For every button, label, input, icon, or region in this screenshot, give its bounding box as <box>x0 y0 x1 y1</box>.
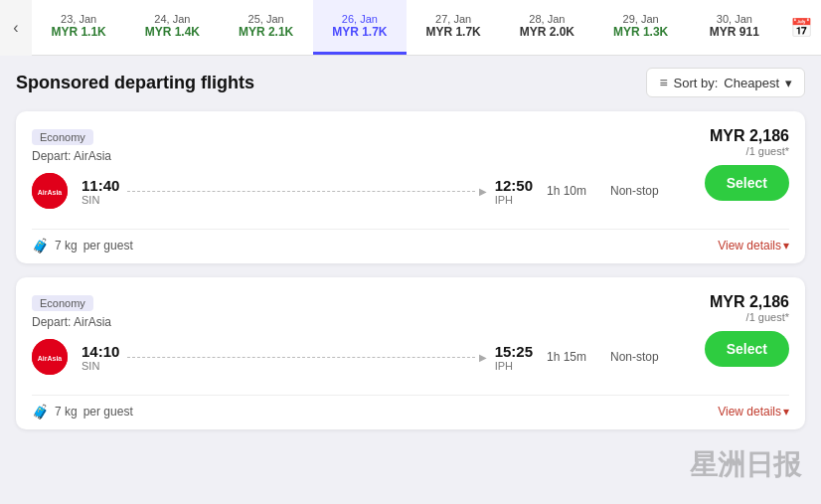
sort-value: Cheapest <box>724 76 779 90</box>
date-label: 29, Jan <box>623 13 659 25</box>
arrow-icon: ▶ <box>479 352 487 363</box>
date-label: 26, Jan <box>342 13 378 25</box>
depart-time-block: 14:10 SIN <box>82 343 119 372</box>
date-item-jan27[interactable]: 27, JanMYR 1.7K <box>407 0 500 55</box>
baggage-label: per guest <box>83 405 133 419</box>
duration: 1h 15m <box>547 350 596 364</box>
airline-logo: AirAsia <box>32 173 68 209</box>
line <box>127 191 474 192</box>
date-label: 28, Jan <box>529 13 565 25</box>
economy-badge: Economy <box>32 129 93 145</box>
date-item-jan30[interactable]: 30, JanMYR 911 <box>688 0 781 55</box>
nonstop: Non-stop <box>610 184 670 198</box>
date-price: MYR 2.0K <box>520 25 575 39</box>
price: MYR 2,186 <box>710 293 789 311</box>
arrive-airport: IPH <box>495 360 513 372</box>
date-price: MYR 1.7K <box>332 25 387 39</box>
date-price: MYR 1.1K <box>51 25 105 39</box>
sort-button[interactable]: ≡ Sort by: Cheapest ▾ <box>646 68 805 97</box>
price: MYR 2,186 <box>710 127 789 145</box>
line <box>127 357 474 358</box>
card-left: Economy Depart: AirAsia AirAsia 14:10 SI… <box>32 293 670 387</box>
baggage-info: 🧳 7 kg per guest <box>32 404 133 420</box>
baggage-kg: 7 kg <box>55 405 78 419</box>
date-item-jan24[interactable]: 24, JanMYR 1.4K <box>125 0 219 55</box>
date-label: 30, Jan <box>717 13 752 25</box>
flight-row: AirAsia 14:10 SIN ▶ 15:25 <box>32 339 670 375</box>
flight-line: ▶ <box>127 352 486 363</box>
date-price: MYR 911 <box>710 25 759 39</box>
date-price: MYR 1.7K <box>425 25 480 39</box>
date-item-jan25[interactable]: 25, JanMYR 2.1K <box>220 0 313 55</box>
flight-times: 11:40 SIN ▶ 12:50 IPH <box>82 177 533 206</box>
arrive-time-block: 15:25 IPH <box>495 343 533 372</box>
svg-text:AirAsia: AirAsia <box>38 355 63 362</box>
baggage-info: 🧳 7 kg per guest <box>32 238 133 253</box>
flight-cards-container: Economy Depart: AirAsia AirAsia 11:40 SI… <box>16 111 805 429</box>
card-footer: 🧳 7 kg per guest View details ▾ <box>32 238 789 253</box>
card-top: Economy Depart: AirAsia AirAsia 14:10 SI… <box>32 293 789 387</box>
date-price: MYR 2.1K <box>239 25 293 39</box>
arrive-time-block: 12:50 IPH <box>495 177 533 206</box>
date-item-jan29[interactable]: 29, JanMYR 1.3K <box>594 0 688 55</box>
select-button[interactable]: Select <box>705 331 789 367</box>
depart-airport: SIN <box>82 194 99 206</box>
select-button[interactable]: Select <box>705 165 789 201</box>
depart-time-block: 11:40 SIN <box>82 177 119 206</box>
date-bar: ‹ 23, JanMYR 1.1K24, JanMYR 1.4K25, JanM… <box>0 0 821 56</box>
calendar-button[interactable]: 📅 <box>781 0 821 56</box>
flight-row: AirAsia 11:40 SIN ▶ 12:50 <box>32 173 670 209</box>
view-details-label: View details <box>718 239 781 252</box>
date-label: 25, Jan <box>248 13 284 25</box>
airline-logo: AirAsia <box>32 339 68 375</box>
economy-badge: Economy <box>32 295 93 311</box>
view-details-button[interactable]: View details ▾ <box>718 405 789 419</box>
depart-time: 14:10 <box>82 343 119 360</box>
arrive-time: 12:50 <box>495 177 533 194</box>
arrive-airport: IPH <box>495 194 513 206</box>
per-guest: /1 guest* <box>746 311 789 323</box>
date-items-container: 23, JanMYR 1.1K24, JanMYR 1.4K25, JanMYR… <box>32 0 781 55</box>
date-label: 24, Jan <box>154 13 190 25</box>
nonstop: Non-stop <box>610 350 670 364</box>
card-footer: 🧳 7 kg per guest View details ▾ <box>32 404 789 420</box>
card-top: Economy Depart: AirAsia AirAsia 11:40 SI… <box>32 127 789 221</box>
depart-label: Depart: AirAsia <box>32 315 670 329</box>
flight-card-flight1: Economy Depart: AirAsia AirAsia 11:40 SI… <box>16 111 805 263</box>
svg-text:AirAsia: AirAsia <box>38 189 63 196</box>
flight-times: 14:10 SIN ▶ 15:25 IPH <box>82 343 533 372</box>
date-price: MYR 1.4K <box>145 25 200 39</box>
depart-time: 11:40 <box>82 177 119 194</box>
flight-line: ▶ <box>127 186 486 197</box>
main-content: Sponsored departing flights ≡ Sort by: C… <box>0 56 821 455</box>
date-item-jan23[interactable]: 23, JanMYR 1.1K <box>32 0 125 55</box>
date-label: 27, Jan <box>435 13 471 25</box>
sort-chevron-icon: ▾ <box>785 76 792 90</box>
date-item-jan26[interactable]: 26, JanMYR 1.7K <box>313 0 407 55</box>
date-item-jan28[interactable]: 28, JanMYR 2.0K <box>500 0 593 55</box>
depart-label: Depart: AirAsia <box>32 149 670 163</box>
baggage-label: per guest <box>83 239 133 252</box>
luggage-icon: 🧳 <box>32 404 49 420</box>
view-details-chevron-icon: ▾ <box>783 405 789 419</box>
card-right: MYR 2,186 /1 guest* Select <box>670 127 789 201</box>
sort-label: Sort by: <box>674 76 719 90</box>
view-details-label: View details <box>718 405 781 419</box>
arrow-icon: ▶ <box>479 186 487 197</box>
arrive-time: 15:25 <box>495 343 533 360</box>
date-price: MYR 1.3K <box>613 25 668 39</box>
card-divider <box>32 229 789 230</box>
card-divider <box>32 395 789 396</box>
date-label: 23, Jan <box>61 13 96 25</box>
depart-airport: SIN <box>82 360 99 372</box>
card-left: Economy Depart: AirAsia AirAsia 11:40 SI… <box>32 127 670 221</box>
per-guest: /1 guest* <box>746 145 789 157</box>
baggage-kg: 7 kg <box>55 239 78 252</box>
flight-card-flight2: Economy Depart: AirAsia AirAsia 14:10 SI… <box>16 277 805 429</box>
luggage-icon: 🧳 <box>32 238 49 253</box>
duration: 1h 10m <box>547 184 596 198</box>
header-row: Sponsored departing flights ≡ Sort by: C… <box>16 68 805 97</box>
prev-date-button[interactable]: ‹ <box>0 0 32 56</box>
view-details-button[interactable]: View details ▾ <box>718 239 789 252</box>
sort-icon: ≡ <box>659 75 667 90</box>
